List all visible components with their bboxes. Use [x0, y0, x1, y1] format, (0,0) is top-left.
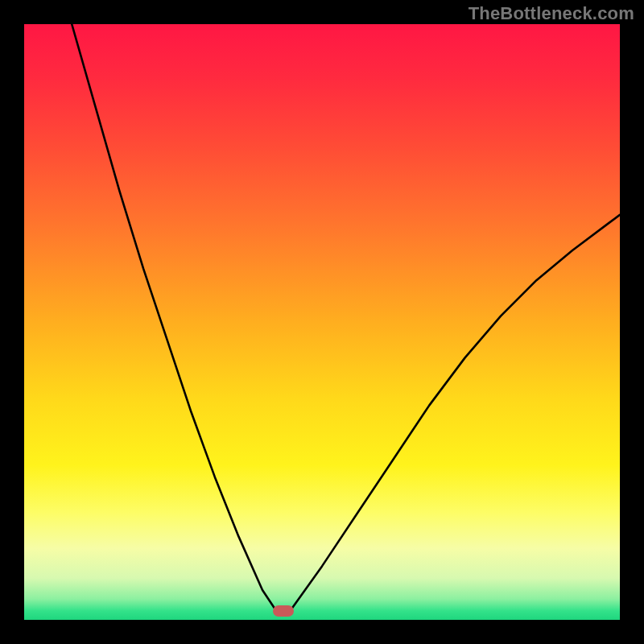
plot-area: [24, 24, 620, 620]
watermark-text: TheBottleneck.com: [469, 3, 634, 24]
optimum-marker: [273, 605, 294, 617]
chart-frame: TheBottleneck.com: [0, 0, 644, 644]
bottleneck-curve: [24, 24, 620, 620]
